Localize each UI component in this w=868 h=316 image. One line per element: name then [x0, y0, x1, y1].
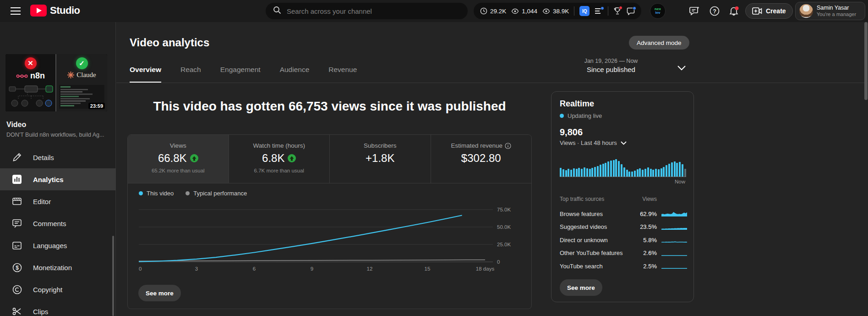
notifications-bell-icon[interactable] — [728, 6, 740, 17]
legend-this-video: This video — [139, 190, 174, 197]
live-dot-icon — [560, 114, 564, 118]
svg-text:0: 0 — [139, 266, 142, 272]
vidiq-icon[interactable]: IQ — [579, 6, 590, 16]
avatar — [799, 4, 813, 18]
rank-list-icon[interactable] — [595, 8, 603, 14]
trend-up-icon — [288, 154, 296, 162]
traffic-row-browse-features[interactable]: Browse features 62.9% — [560, 207, 687, 221]
realtime-views-count: 9,806 — [560, 127, 583, 138]
impressions-stat[interactable]: 38.9K — [542, 8, 569, 15]
metric-card-subscribers[interactable]: Subscribers +1.8K — [329, 135, 431, 183]
metric-card-watch-time[interactable]: Watch time (hours) 6.8K 6.7K more than u… — [229, 135, 330, 183]
video-thumbnail[interactable]: ✕ n8n ✓ — [5, 54, 107, 111]
sidebar-item-copyright[interactable]: Copyright — [0, 278, 116, 300]
search-icon — [273, 6, 281, 16]
youtube-play-icon — [30, 5, 47, 17]
realtime-title: Realtime — [560, 99, 594, 109]
account-role: You're a manager — [817, 11, 856, 17]
thumbnail-left-n8n: ✕ n8n — [5, 54, 56, 111]
tab-reach[interactable]: Reach — [180, 66, 201, 83]
trophy-icon[interactable] — [613, 7, 622, 15]
page-scrollbar[interactable] — [864, 22, 868, 100]
see-more-button[interactable]: See more — [138, 285, 181, 301]
tab-engagement[interactable]: Engagement — [220, 66, 261, 83]
channel-stats-pill[interactable]: 29.2K 1,044 38.9K IQ — [474, 3, 641, 19]
sidebar-scrollbar[interactable] — [112, 236, 114, 316]
legend-typical-performance: Typical performance — [186, 190, 247, 197]
svg-text:?: ? — [713, 8, 716, 15]
realtime-panel: Realtime Updating live 9,806 Views · Las… — [551, 91, 694, 302]
hamburger-menu-icon[interactable] — [10, 6, 21, 16]
create-button[interactable]: Create — [745, 3, 793, 19]
eye-icon — [542, 8, 550, 14]
realtime-views-dropdown[interactable]: Views · Last 48 hours — [560, 139, 627, 146]
divider — [608, 6, 608, 16]
green-check-icon: ✓ — [76, 57, 88, 69]
chevron-down-icon[interactable] — [677, 64, 686, 72]
chevron-down-icon — [621, 141, 627, 145]
sidebar: Channel content ✕ n8n — [0, 22, 116, 316]
sidebar-item-details[interactable]: Details — [0, 146, 116, 168]
views-stat[interactable]: 1,044 — [511, 8, 537, 15]
scissors-icon — [12, 306, 22, 316]
sidebar-item-comments[interactable]: Comments — [0, 212, 116, 234]
views-line-chart[interactable]: 025.0K50.0K75.0K0369121518 days — [136, 202, 516, 274]
n8n-logo-icon — [16, 73, 28, 79]
help-icon[interactable]: ? — [709, 6, 721, 17]
youtube-studio-screen: Studio 29.2K 1,044 38.9K IQ — [0, 0, 868, 316]
notification-dot — [633, 6, 636, 10]
traffic-sparkline — [661, 263, 687, 269]
analytics-tabs: Overview Reach Engagement Audience Reven… — [130, 66, 357, 83]
bar-chart-icon — [12, 174, 22, 184]
traffic-row-suggested-videos[interactable]: Suggested videos 23.5% — [560, 221, 687, 234]
realtime-status: Updating live — [560, 112, 602, 119]
youtube-studio-logo[interactable]: Studio — [30, 5, 80, 17]
traffic-row-direct-or-unknown[interactable]: Direct or unknown 5.8% — [560, 233, 687, 247]
feedback-icon[interactable] — [689, 6, 701, 17]
eye-icon — [511, 8, 519, 14]
sidebar-item-analytics[interactable]: Analytics — [0, 168, 116, 190]
date-range-selector[interactable]: Jan 19, 2026 — Now Since published — [570, 58, 652, 73]
svg-text:25.0K: 25.0K — [497, 242, 511, 247]
video-duration-badge: 23:59 — [88, 103, 105, 109]
svg-text:50.0K: 50.0K — [497, 224, 511, 230]
date-mode-text: Since published — [570, 66, 652, 73]
svg-text:6: 6 — [253, 266, 256, 272]
tab-revenue[interactable]: Revenue — [328, 66, 357, 83]
studio-logo-text: Studio — [50, 5, 80, 17]
chat-bubble-icon[interactable] — [627, 7, 635, 15]
sidebar-item-clips[interactable]: Clips — [0, 300, 116, 316]
clock-icon — [480, 7, 487, 15]
tab-audience[interactable]: Audience — [280, 66, 310, 83]
watch-time-stat[interactable]: 29.2K — [480, 7, 506, 15]
traffic-row-youtube-search[interactable]: YouTube search 2.5% — [560, 260, 687, 273]
search-bar[interactable] — [266, 3, 468, 19]
copyright-icon — [12, 284, 22, 294]
svg-text:3: 3 — [195, 266, 198, 272]
traffic-sources-list: Browse features 62.9% Suggested videos 2… — [560, 207, 687, 273]
sidebar-item-monetization[interactable]: $ Monetization — [0, 256, 116, 278]
topbar: Studio 29.2K 1,044 38.9K IQ — [0, 0, 868, 22]
metric-card-views[interactable]: Views 66.8K 65.2K more than usual — [128, 135, 229, 183]
pencil-icon — [12, 152, 22, 162]
sidebar-item-languages[interactable]: Languages — [0, 234, 116, 256]
realtime-bar-chart[interactable] — [560, 159, 686, 177]
advanced-mode-button[interactable]: Advanced mode — [629, 36, 689, 50]
claude-logo-icon — [67, 72, 74, 78]
trend-up-icon — [190, 154, 198, 162]
notification-dot — [601, 6, 604, 10]
sidebar-item-editor[interactable]: Editor — [0, 190, 116, 212]
info-icon — [505, 143, 511, 149]
nexlev-extension-icon[interactable]: nex lev — [650, 3, 666, 19]
realtime-see-more-button[interactable]: See more — [560, 279, 602, 296]
date-range-text: Jan 19, 2026 — Now — [570, 58, 652, 64]
metric-card-estimated-revenue[interactable]: Estimated revenue $302.80 — [431, 135, 532, 183]
legend-dot — [139, 191, 143, 195]
traffic-row-other-youtube-features[interactable]: Other YouTube features 2.6% — [560, 247, 687, 260]
svg-text:$: $ — [16, 264, 19, 271]
film-strip-icon — [12, 196, 22, 206]
search-input[interactable] — [287, 7, 464, 15]
tab-overview[interactable]: Overview — [130, 66, 161, 83]
traffic-sparkline — [661, 211, 687, 217]
account-menu[interactable]: Samin Yasar You're a manager — [795, 2, 865, 20]
